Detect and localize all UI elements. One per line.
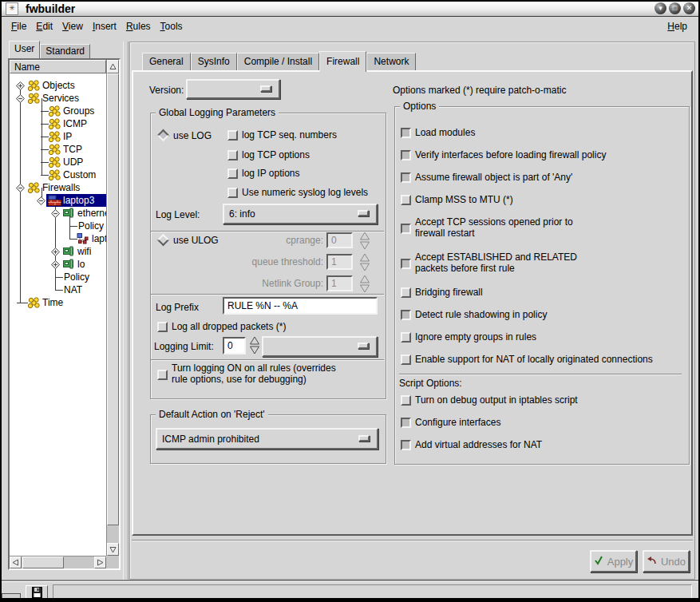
horizontal-scroll-thumb[interactable]	[22, 556, 64, 568]
checkbox[interactable]	[401, 395, 411, 406]
checkbox[interactable]	[157, 370, 168, 380]
scroll-left-button[interactable]	[10, 556, 22, 568]
checkbox[interactable]	[401, 332, 411, 343]
checkbox[interactable]	[227, 188, 238, 198]
undo-button[interactable]: Undo	[643, 550, 690, 572]
tree-horizontal-scrollbar[interactable]	[10, 556, 106, 568]
spin-buttons[interactable]	[359, 253, 370, 274]
vertical-scroll-thumb[interactable]	[107, 73, 119, 525]
checkbox-label[interactable]: log TCP seq. numbers	[242, 129, 337, 141]
ulog-field-value[interactable]: 1	[326, 275, 353, 291]
save-button[interactable]	[26, 585, 48, 602]
checkbox[interactable]	[401, 195, 411, 205]
tab-firewall[interactable]: Firewall	[319, 51, 366, 72]
use-log-label[interactable]: use LOG	[173, 130, 212, 141]
checkbox-label[interactable]: Log all dropped packets (*)	[172, 321, 286, 333]
checkbox-label[interactable]: Configure interfaces	[415, 417, 676, 429]
tab-compile-install[interactable]: Compile / Install	[237, 53, 319, 70]
sidebar-tab-standard[interactable]: Standard	[40, 44, 90, 58]
checkbox-label[interactable]: Turn on debug output in iptables script	[415, 394, 676, 406]
panel-splitter[interactable]	[123, 42, 129, 580]
tree-item-ip[interactable]: IP	[10, 130, 106, 143]
menu-file[interactable]: File	[11, 21, 26, 32]
tree-item-nat[interactable]: NAT	[10, 283, 106, 296]
menu-view[interactable]: View	[62, 21, 83, 32]
tree-item-lo[interactable]: lo	[10, 258, 106, 271]
spin-buttons[interactable]	[359, 232, 370, 252]
scroll-up-button[interactable]	[107, 60, 119, 73]
ulog-field-value[interactable]: 1	[326, 254, 353, 270]
close-button[interactable]	[683, 2, 695, 14]
checkbox-label[interactable]: Detect rule shadowing in policy	[415, 309, 676, 321]
tree-item-etherne[interactable]: etherne	[10, 207, 106, 220]
tree-item-tcp[interactable]: TCP	[10, 143, 106, 156]
sidebar-tab-user[interactable]: User	[9, 41, 40, 58]
tree-item-policy[interactable]: Policy	[10, 220, 106, 232]
scroll-down-button[interactable]	[107, 543, 119, 556]
logging-limit-spin-buttons[interactable]	[249, 336, 260, 357]
use-ulog-label[interactable]: use ULOG	[173, 235, 219, 246]
maximize-button[interactable]	[669, 2, 681, 14]
tree-item-groups[interactable]: Groups	[10, 105, 106, 117]
version-dropdown[interactable]	[186, 79, 280, 99]
app-icon[interactable]	[6, 2, 18, 15]
checkbox-label[interactable]: Add virtual addresses for NAT	[415, 439, 676, 451]
tree-item-objects[interactable]: Objects	[10, 79, 106, 92]
checkbox[interactable]	[401, 224, 411, 234]
menu-tools[interactable]: Tools	[160, 21, 183, 32]
menu-rules[interactable]: Rules	[126, 21, 151, 32]
tree-column-header[interactable]: Name	[10, 60, 106, 73]
checkbox-label[interactable]: log TCP options	[242, 149, 310, 161]
checkbox[interactable]	[157, 322, 168, 332]
checkbox-label[interactable]: Enable support for NAT of locally origin…	[415, 354, 676, 366]
tree-item-custom[interactable]: Custom	[10, 168, 106, 181]
checkbox-label[interactable]: Load modules	[415, 127, 676, 139]
menu-insert[interactable]: Insert	[93, 21, 117, 32]
tab-general[interactable]: General	[142, 53, 191, 70]
tree-item-wifi[interactable]: wifi	[10, 245, 106, 258]
checkbox[interactable]	[401, 354, 411, 365]
ulog-field-value[interactable]: 0	[326, 232, 353, 248]
checkbox[interactable]	[401, 172, 411, 183]
logging-limit-input[interactable]	[223, 337, 246, 354]
tree-item-time[interactable]: Time	[10, 296, 106, 309]
checkbox-label[interactable]: Assume firewall object is part of 'Any'	[415, 172, 676, 184]
checkbox-label[interactable]: Accept ESTABLISHED and RELATED packets b…	[415, 251, 592, 274]
checkbox[interactable]	[401, 150, 411, 160]
log-level-dropdown[interactable]: 6: info	[223, 204, 378, 224]
tree-item-lapt[interactable]: lapt	[10, 232, 106, 245]
checkbox-label[interactable]: Verify interfaces before loading firewal…	[415, 149, 676, 161]
checkbox[interactable]	[401, 259, 411, 269]
checkbox[interactable]	[401, 287, 411, 298]
checkbox[interactable]	[227, 130, 238, 141]
tree-item-laptop3[interactable]: laptop3	[10, 194, 106, 207]
tree-item-firewalls[interactable]: Firewalls	[10, 181, 106, 194]
tab-sysinfo[interactable]: SysInfo	[191, 53, 237, 70]
checkbox[interactable]	[401, 128, 411, 138]
checkbox[interactable]	[401, 418, 411, 428]
tab-network[interactable]: Network	[366, 53, 416, 70]
shade-button[interactable]	[655, 2, 666, 14]
apply-button[interactable]: Apply	[590, 550, 637, 572]
menu-help[interactable]: Help	[667, 21, 687, 32]
checkbox[interactable]	[401, 310, 411, 320]
checkbox-label[interactable]: Accept TCP sessions opened prior to fire…	[415, 216, 592, 239]
default-action-dropdown[interactable]: ICMP admin prohibited	[156, 428, 378, 450]
tree-item-services[interactable]: Services	[10, 92, 106, 105]
tree-item-udp[interactable]: UDP	[10, 156, 106, 168]
checkbox-label[interactable]: Use numeric syslog log levels	[242, 187, 368, 199]
checkbox-label[interactable]: log IP options	[242, 168, 300, 180]
log-prefix-input[interactable]	[223, 297, 378, 315]
checkbox-label[interactable]: Bridging firewall	[415, 287, 676, 299]
checkbox[interactable]	[227, 168, 238, 179]
tree-item-icmp[interactable]: ICMP	[10, 117, 106, 130]
checkbox-label[interactable]: Ignore empty groups in rules	[415, 331, 676, 343]
logging-limit-dropdown[interactable]	[262, 336, 378, 357]
checkbox-label[interactable]: Clamp MSS to MTU (*)	[415, 194, 676, 206]
checkbox-label[interactable]: Turn logging ON on all rules (overrides …	[172, 362, 346, 385]
tree-item-policy[interactable]: Policy	[10, 271, 106, 283]
resize-grip[interactable]	[2, 593, 21, 601]
tree-vertical-scrollbar[interactable]	[106, 60, 119, 556]
spin-buttons[interactable]	[359, 275, 370, 295]
checkbox[interactable]	[401, 440, 411, 450]
